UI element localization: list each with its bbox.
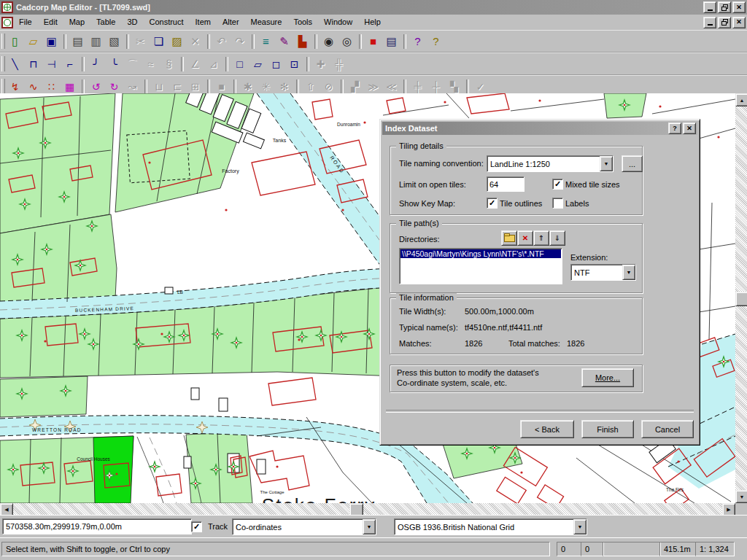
help-book-button[interactable]: ? xyxy=(409,33,427,50)
notes-button[interactable]: ▤ xyxy=(382,33,400,50)
inset-rectangle-tool-button[interactable]: ⊡ xyxy=(285,55,303,73)
chevron-down-icon[interactable]: ▼ xyxy=(363,519,376,534)
redo-button[interactable]: ↷ xyxy=(231,33,249,50)
polygon-tool-button[interactable]: □ xyxy=(231,55,249,73)
menu-item[interactable]: Map xyxy=(63,15,90,29)
move-directory-up-button[interactable]: ⇑ xyxy=(533,230,549,246)
edit-node-button[interactable]: ↯ xyxy=(6,78,24,96)
position-input[interactable]: 570358.30m,299919.79m,0.00m xyxy=(2,518,192,534)
wizard-button[interactable]: ✎ xyxy=(275,33,293,50)
remove-directory-button[interactable]: ✕ xyxy=(517,230,533,246)
menu-item[interactable]: Table xyxy=(90,15,121,29)
undo-button[interactable]: ↶ xyxy=(212,33,231,50)
overlays-button[interactable]: ≡ xyxy=(257,33,275,50)
menu-item[interactable]: Measure xyxy=(245,15,288,29)
mdi-minimize-button[interactable] xyxy=(703,17,716,28)
snap-grid-button[interactable]: ⊞ xyxy=(186,78,204,96)
segment-tool-button[interactable]: ⊣ xyxy=(42,55,61,73)
forbid-button[interactable]: ⊘ xyxy=(320,78,338,96)
menu-item[interactable]: Construct xyxy=(143,15,189,29)
chevron-down-icon[interactable]: ▼ xyxy=(573,519,587,534)
mdi-close-button[interactable]: ✕ xyxy=(732,17,746,28)
directories-listbox[interactable]: \\P450agi\Martyn\Kings Lynn\NTF's\*.NTF xyxy=(399,248,562,284)
snap-subtract-button[interactable]: ⊏ xyxy=(168,78,186,96)
chevron-down-icon[interactable]: ▼ xyxy=(600,156,613,171)
save-button[interactable]: ▣ xyxy=(42,33,61,50)
track-checkbox[interactable]: ✓ xyxy=(191,521,202,532)
mixed-tile-sizes-checkbox[interactable]: ✓ xyxy=(552,179,563,190)
angle-tool-button[interactable]: ∠ xyxy=(186,55,204,73)
edit-polyline-button[interactable]: ∿ xyxy=(24,78,42,96)
coordinate-mode-combo[interactable]: Co-ordinates ▼ xyxy=(232,518,376,535)
restore-button[interactable] xyxy=(718,1,731,13)
dialog-close-button[interactable]: ✕ xyxy=(683,122,696,134)
chart-button[interactable]: ▙ xyxy=(293,33,311,50)
flow-east-button[interactable]: ≫ xyxy=(364,78,382,96)
freehand-polygon-tool-button[interactable]: ▱ xyxy=(249,55,267,73)
dialog-help-button[interactable]: ? xyxy=(668,122,681,134)
tile-outlines-checkbox[interactable]: ✓ xyxy=(487,198,498,209)
copy-button[interactable]: ❏ xyxy=(150,33,168,50)
move-directory-down-button[interactable]: ⇓ xyxy=(549,230,565,246)
find-advanced-button[interactable]: ◎ xyxy=(338,33,356,50)
find-button[interactable]: ◉ xyxy=(320,33,338,50)
cancel-button[interactable]: Cancel xyxy=(641,420,694,438)
chevron-down-icon[interactable]: ▼ xyxy=(622,265,635,280)
trace-button[interactable]: ↺ xyxy=(87,78,105,96)
print-button[interactable]: ▤ xyxy=(69,33,87,50)
menu-item[interactable]: 3D xyxy=(121,15,143,29)
delete-button[interactable]: ✕ xyxy=(186,33,204,50)
scroll-up-button[interactable]: ▲ xyxy=(735,93,747,106)
open-button[interactable]: ▱ xyxy=(24,33,42,50)
edit-area-button[interactable]: ▦ xyxy=(61,78,79,96)
close-button[interactable]: ✕ xyxy=(732,1,746,13)
rectangle-tool-button[interactable]: ◻ xyxy=(267,55,285,73)
back-button[interactable]: < Back xyxy=(520,420,574,438)
labels-checkbox[interactable] xyxy=(552,198,563,209)
menu-item[interactable]: Tools xyxy=(287,15,318,29)
promote-button[interactable]: ⇧ xyxy=(301,78,320,96)
fillet-tool-button[interactable]: ╯ xyxy=(87,55,105,73)
corner-tool-button[interactable]: ⌐ xyxy=(61,55,79,73)
context-help-button[interactable]: ? xyxy=(427,33,445,50)
trace-segment-button[interactable]: ↝ xyxy=(123,78,142,96)
more-button[interactable]: More... xyxy=(581,368,634,387)
new-map-button[interactable]: ▯ xyxy=(6,33,24,50)
arc-tool-button[interactable]: ⌒ xyxy=(123,55,142,73)
naming-browse-button[interactable]: ... xyxy=(622,155,643,172)
dither-button[interactable]: ▚ xyxy=(445,78,463,96)
crs-combo[interactable]: OSGB 1936.British National Grid ▼ xyxy=(394,518,587,535)
bearing-tool-button[interactable]: ⊿ xyxy=(204,55,222,73)
burst-rotate-button[interactable]: ✳ xyxy=(257,78,275,96)
snap-union-button[interactable]: ⊔ xyxy=(150,78,168,96)
menu-item[interactable]: Alter xyxy=(217,15,245,29)
grid-edit-button[interactable]: ▞ xyxy=(346,78,364,96)
burst-scale-button[interactable]: ✻ xyxy=(275,78,293,96)
polyline-tool-button[interactable]: ⊓ xyxy=(24,55,42,73)
minimize-button[interactable] xyxy=(703,1,716,13)
cut-button[interactable]: ✂ xyxy=(131,33,150,50)
directory-list-item[interactable]: \\P450agi\Martyn\Kings Lynn\NTF's\*.NTF xyxy=(400,249,561,258)
map-horizontal-scrollbar[interactable]: ◀ ▶ xyxy=(0,503,735,515)
map-vertical-scrollbar[interactable]: ▲ ▼ xyxy=(735,93,747,503)
fill-button[interactable]: ■ xyxy=(212,78,231,96)
trace-polygon-button[interactable]: ↻ xyxy=(105,78,123,96)
menu-item[interactable]: Edit xyxy=(38,15,63,29)
flow-west-button[interactable]: ≪ xyxy=(382,78,400,96)
extension-combo[interactable]: NTF ▼ xyxy=(570,264,636,281)
line-tool-button[interactable]: ╲ xyxy=(6,55,24,73)
limit-open-tiles-input[interactable]: 64 xyxy=(487,176,525,192)
scroll-down-button[interactable]: ▼ xyxy=(735,490,747,503)
paste-button[interactable]: ▨ xyxy=(168,33,186,50)
curve-tool-button[interactable]: § xyxy=(160,55,178,73)
map-setup-button[interactable]: ▧ xyxy=(105,33,123,50)
naming-convention-combo[interactable]: LandLine 1:1250 ▼ xyxy=(487,155,614,172)
menu-item[interactable]: File xyxy=(13,15,38,29)
burst-button[interactable]: ✱ xyxy=(239,78,257,96)
menu-item[interactable]: Item xyxy=(190,15,217,29)
vertical-scroll-thumb[interactable] xyxy=(735,292,747,306)
menu-item[interactable]: Help xyxy=(358,15,387,29)
grid2-tool-button[interactable]: ╬ xyxy=(330,55,348,73)
mdi-restore-button[interactable] xyxy=(718,17,731,28)
confirm-button[interactable]: ✓ xyxy=(471,78,489,96)
